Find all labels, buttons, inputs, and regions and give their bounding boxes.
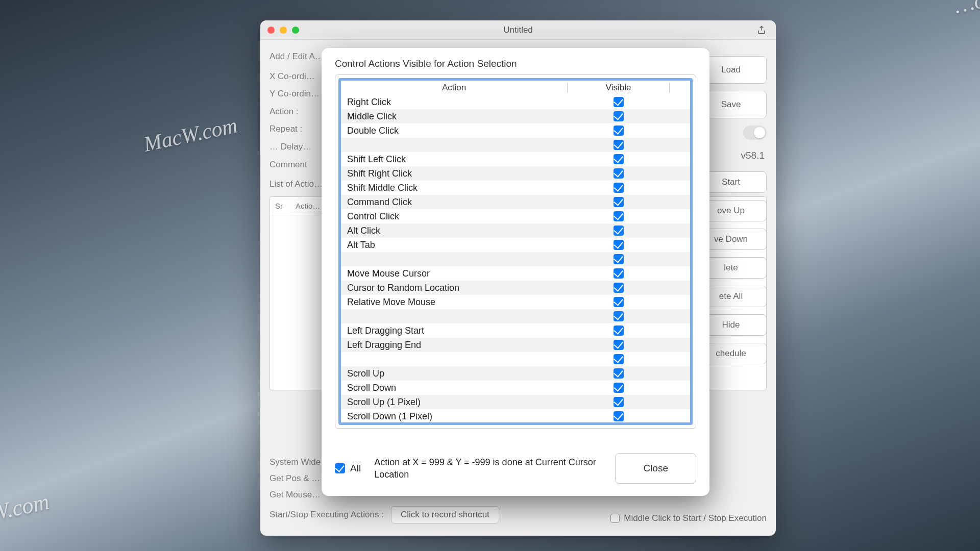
visible-checkbox[interactable]: [614, 197, 624, 207]
header-visible: Visible: [568, 83, 670, 93]
visible-checkbox[interactable]: [614, 154, 624, 164]
list-item[interactable]: Scroll Down: [341, 381, 690, 395]
list-item-visible-cell[interactable]: [568, 283, 670, 293]
list-item-visible-cell[interactable]: [568, 340, 670, 350]
middle-click-row[interactable]: Middle Click to Start / Stop Execution: [610, 513, 767, 523]
list-item-visible-cell[interactable]: [568, 325, 670, 336]
visible-checkbox[interactable]: [614, 111, 624, 121]
list-item[interactable]: Shift Middle Click: [341, 181, 690, 195]
list-item[interactable]: [341, 309, 690, 323]
list-item-visible-cell[interactable]: [568, 111, 670, 121]
list-item[interactable]: Alt Click: [341, 223, 690, 238]
list-item-visible-cell[interactable]: [568, 397, 670, 407]
list-item-visible-cell[interactable]: [568, 197, 670, 207]
list-item-visible-cell[interactable]: [568, 411, 670, 421]
list-item-label: Relative Move Mouse: [341, 297, 568, 308]
close-window-icon[interactable]: [267, 27, 275, 34]
list-item-visible-cell[interactable]: [568, 368, 670, 379]
record-shortcut-button[interactable]: Click to record shortcut: [391, 506, 499, 523]
modal-table-wrapper: Action Visible Right ClickMiddle ClickDo…: [335, 74, 696, 429]
list-item[interactable]: Scroll Up (1 Pixel): [341, 395, 690, 409]
list-item-visible-cell[interactable]: [568, 97, 670, 107]
visible-checkbox[interactable]: [614, 368, 624, 379]
list-item-label: Control Click: [341, 211, 568, 222]
list-item-visible-cell[interactable]: [568, 211, 670, 221]
visible-checkbox[interactable]: [614, 297, 624, 307]
list-item-label: Scroll Up: [341, 368, 568, 379]
list-item-label: Double Click: [341, 126, 568, 136]
visible-checkbox[interactable]: [614, 168, 624, 179]
col-sr: Sr: [275, 199, 296, 213]
list-item[interactable]: Command Click: [341, 195, 690, 209]
actions-list[interactable]: Action Visible Right ClickMiddle ClickDo…: [338, 78, 693, 425]
list-header: Action Visible: [341, 81, 690, 95]
visible-checkbox[interactable]: [614, 311, 624, 321]
all-checkbox-row[interactable]: All: [335, 463, 361, 474]
list-item-visible-cell[interactable]: [568, 140, 670, 150]
list-item[interactable]: Move Mouse Cursor: [341, 266, 690, 281]
list-item-visible-cell[interactable]: [568, 354, 670, 364]
traffic-lights: [267, 27, 299, 34]
list-item[interactable]: Left Dragging Start: [341, 323, 690, 338]
modal-footer: All Action at X = 999 & Y = -999 is done…: [335, 443, 696, 484]
visible-checkbox[interactable]: [614, 226, 624, 236]
list-item-visible-cell[interactable]: [568, 183, 670, 193]
list-item-visible-cell[interactable]: [568, 126, 670, 136]
list-item-visible-cell[interactable]: [568, 268, 670, 279]
share-icon[interactable]: [756, 25, 767, 35]
list-item[interactable]: [341, 138, 690, 152]
window-title: Untitled: [503, 25, 533, 35]
list-item-visible-cell[interactable]: [568, 240, 670, 250]
list-item-visible-cell[interactable]: [568, 226, 670, 236]
list-item-visible-cell[interactable]: [568, 254, 670, 264]
list-item[interactable]: Left Dragging End: [341, 338, 690, 352]
list-item-visible-cell[interactable]: [568, 311, 670, 321]
list-item-label: Right Click: [341, 97, 568, 108]
toggle-switch[interactable]: [743, 126, 767, 140]
visible-checkbox[interactable]: [614, 340, 624, 350]
list-item-label: Alt Click: [341, 226, 568, 236]
list-item-label: Shift Right Click: [341, 168, 568, 179]
list-item[interactable]: Right Click: [341, 95, 690, 109]
footer-info-text: Action at X = 999 & Y = -999 is done at …: [374, 456, 602, 481]
list-item-label: Left Dragging End: [341, 340, 568, 350]
visible-checkbox[interactable]: [614, 411, 624, 421]
visible-checkbox[interactable]: [614, 354, 624, 364]
middle-click-checkbox[interactable]: [610, 514, 620, 523]
close-button[interactable]: Close: [615, 453, 696, 484]
list-item[interactable]: [341, 252, 690, 266]
visible-checkbox[interactable]: [614, 126, 624, 136]
list-item[interactable]: Scroll Down (1 Pixel): [341, 409, 690, 423]
visible-checkbox[interactable]: [614, 97, 624, 107]
visible-checkbox[interactable]: [614, 325, 624, 336]
list-item[interactable]: Scroll Up: [341, 366, 690, 381]
list-item[interactable]: Shift Right Click: [341, 166, 690, 181]
list-item-visible-cell[interactable]: [568, 383, 670, 393]
minimize-window-icon[interactable]: [280, 27, 287, 34]
list-item[interactable]: Middle Click: [341, 109, 690, 123]
visible-checkbox[interactable]: [614, 397, 624, 407]
list-item[interactable]: Control Click: [341, 209, 690, 223]
list-item-visible-cell[interactable]: [568, 154, 670, 164]
visible-checkbox[interactable]: [614, 240, 624, 250]
visible-checkbox[interactable]: [614, 183, 624, 193]
visible-checkbox[interactable]: [614, 383, 624, 393]
list-item[interactable]: Relative Move Mouse: [341, 295, 690, 309]
visible-checkbox[interactable]: [614, 283, 624, 293]
startstop-label: Start/Stop Executing Actions :: [270, 510, 384, 520]
visible-checkbox[interactable]: [614, 140, 624, 150]
list-item-visible-cell[interactable]: [568, 297, 670, 307]
list-item[interactable]: Double Click: [341, 123, 690, 138]
list-item[interactable]: Cursor to Random Location: [341, 281, 690, 295]
maximize-window-icon[interactable]: [292, 27, 299, 34]
list-item[interactable]: Alt Tab: [341, 238, 690, 252]
list-item-label: Scroll Down (1 Pixel): [341, 411, 568, 422]
visible-checkbox[interactable]: [614, 254, 624, 264]
list-item[interactable]: [341, 352, 690, 366]
all-checkbox[interactable]: [335, 463, 345, 473]
visible-checkbox[interactable]: [614, 211, 624, 221]
list-item[interactable]: Shift Left Click: [341, 152, 690, 166]
list-item-label: Shift Middle Click: [341, 183, 568, 193]
list-item-visible-cell[interactable]: [568, 168, 670, 179]
visible-checkbox[interactable]: [614, 268, 624, 279]
